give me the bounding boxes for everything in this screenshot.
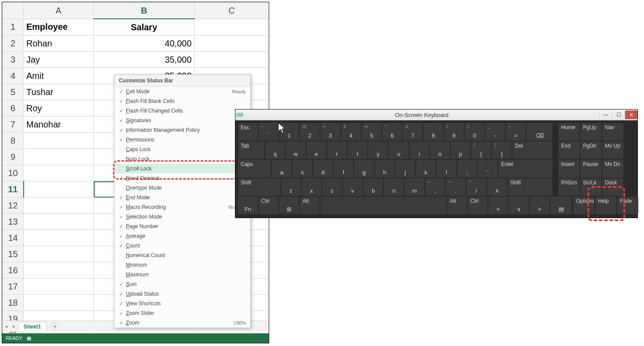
menu-item-fixed-decimal[interactable]: ✓Fixed Decimal bbox=[114, 173, 250, 183]
key-del[interactable]: Del bbox=[512, 141, 552, 159]
menu-item-signatures[interactable]: ✓Signatures bbox=[114, 116, 250, 125]
key-pgup[interactable]: PgUp bbox=[580, 123, 601, 141]
key-n[interactable]: n bbox=[384, 178, 404, 196]
menu-item-flash-fill-changed-cells[interactable]: ✓Flash Fill Changed Cells bbox=[114, 106, 250, 116]
menu-item-zoom-slider[interactable]: ✓Zoom Slider bbox=[114, 308, 250, 318]
cell[interactable] bbox=[24, 246, 94, 262]
key-p[interactable]: p bbox=[451, 141, 470, 159]
col-header-c[interactable]: C bbox=[195, 3, 269, 19]
key-o[interactable]: o bbox=[430, 141, 450, 159]
menu-item-overtype-mode[interactable]: Overtype Mode bbox=[114, 183, 250, 193]
menu-item-average[interactable]: ✓Average bbox=[114, 231, 250, 241]
key-r[interactable]: r bbox=[327, 141, 347, 159]
key-prtscn[interactable]: PrtScn bbox=[559, 178, 580, 196]
key-d[interactable]: d bbox=[313, 160, 333, 177]
key-enter[interactable]: Enter bbox=[498, 160, 552, 177]
key-b[interactable]: b bbox=[363, 178, 383, 196]
status-bar[interactable]: READY ▦ bbox=[2, 333, 269, 343]
key-x[interactable]: x bbox=[302, 178, 321, 196]
on-screen-keyboard-window[interactable]: ⌨ On-Screen Keyboard — ☐ ✕ Esc~`!1@2#3$4… bbox=[235, 109, 638, 218]
key-[interactable]: ~` bbox=[259, 123, 278, 141]
menu-item-cell-mode[interactable]: ✓Cell ModeReady bbox=[114, 87, 250, 96]
menu-item-num-lock[interactable]: Num Lock bbox=[114, 154, 250, 164]
tab-nav-prev-icon[interactable]: ◂ bbox=[2, 323, 10, 329]
menu-item-selection-mode[interactable]: ✓Selection Mode bbox=[114, 212, 250, 222]
key-g[interactable]: g bbox=[354, 160, 374, 177]
sheet-tab[interactable]: Sheet1 bbox=[18, 322, 46, 331]
cell[interactable] bbox=[195, 19, 269, 35]
key-[interactable]: += bbox=[506, 123, 526, 141]
add-sheet-button[interactable]: + bbox=[51, 322, 59, 330]
cell[interactable]: Employee bbox=[24, 19, 94, 35]
key-4[interactable]: $4 bbox=[341, 123, 361, 141]
key-esc[interactable]: Esc bbox=[238, 123, 258, 141]
cell[interactable] bbox=[24, 198, 94, 214]
row-header[interactable]: 2 bbox=[3, 35, 24, 52]
row-header[interactable]: 15 bbox=[3, 246, 24, 262]
key-tab[interactable]: Tab bbox=[238, 141, 264, 159]
menu-item-end-mode[interactable]: ✓End Mode bbox=[114, 193, 250, 202]
cell[interactable] bbox=[24, 262, 94, 279]
key-k[interactable]: k bbox=[416, 160, 436, 177]
menu-item-zoom[interactable]: ✓Zoom190% bbox=[114, 318, 250, 328]
cell[interactable]: Roy bbox=[24, 100, 94, 117]
key-[interactable]: ⌫ bbox=[527, 123, 552, 141]
menu-item-page-number[interactable]: ✓Page Number bbox=[114, 222, 250, 231]
key-y[interactable]: y bbox=[368, 141, 388, 159]
close-button[interactable]: ✕ bbox=[625, 110, 637, 119]
row-header[interactable]: 12 bbox=[3, 198, 24, 214]
key-8[interactable]: *8 bbox=[423, 123, 443, 141]
cell[interactable]: Rohan bbox=[24, 35, 94, 52]
key-[interactable]: <, bbox=[425, 178, 445, 196]
maximize-button[interactable]: ☐ bbox=[612, 110, 625, 119]
cell[interactable] bbox=[24, 165, 94, 181]
key-j[interactable]: j bbox=[395, 160, 415, 177]
menu-item-sum[interactable]: ✓Sum bbox=[114, 279, 250, 289]
key-nav[interactable]: Nav bbox=[602, 123, 623, 141]
row-header[interactable]: 5 bbox=[3, 84, 24, 100]
key-0[interactable]: )0 bbox=[465, 123, 484, 141]
key-s[interactable]: s bbox=[292, 160, 312, 177]
cell[interactable] bbox=[24, 295, 94, 311]
menu-item-scroll-lock[interactable]: Scroll Lock bbox=[114, 164, 250, 173]
key-pgdn[interactable]: PgDn bbox=[580, 141, 601, 159]
cell[interactable] bbox=[195, 52, 269, 68]
cell[interactable]: Tushar bbox=[24, 84, 94, 100]
key-[interactable]: :; bbox=[457, 160, 477, 177]
key-[interactable]: ∧ bbox=[487, 178, 507, 196]
row-header[interactable]: 10 bbox=[3, 165, 24, 181]
key-[interactable]: {[ bbox=[471, 141, 491, 159]
key-m[interactable]: m bbox=[405, 178, 424, 196]
key-pause[interactable]: Pause bbox=[580, 160, 601, 177]
key-2[interactable]: @2 bbox=[300, 123, 320, 141]
key-[interactable]: ⊞ bbox=[279, 197, 299, 214]
key-[interactable]: > bbox=[530, 197, 549, 214]
cell[interactable] bbox=[24, 230, 94, 246]
menu-item-macro-recording[interactable]: ✓Macro RecordingNot Rec bbox=[114, 202, 250, 212]
key-t[interactable]: t bbox=[348, 141, 367, 159]
key-u[interactable]: u bbox=[389, 141, 409, 159]
cell[interactable] bbox=[24, 214, 94, 230]
key-7[interactable]: &7 bbox=[403, 123, 423, 141]
row-header[interactable]: 8 bbox=[3, 133, 24, 149]
key-1[interactable]: !1 bbox=[279, 123, 299, 141]
key-mvdn[interactable]: Mv Dn bbox=[602, 160, 623, 177]
row-header[interactable]: 6 bbox=[3, 100, 24, 117]
key-6[interactable]: ^6 bbox=[382, 123, 402, 141]
key-fade[interactable]: Fade bbox=[617, 197, 638, 214]
key-shift[interactable]: Shift bbox=[238, 178, 280, 196]
key-[interactable]: ▤ bbox=[550, 197, 572, 214]
menu-item-count[interactable]: ✓Count bbox=[114, 241, 250, 251]
key-9[interactable]: (9 bbox=[444, 123, 464, 141]
row-header[interactable]: 14 bbox=[3, 230, 24, 246]
key-home[interactable]: Home bbox=[559, 123, 580, 141]
key-[interactable]: < bbox=[488, 197, 508, 214]
row-header[interactable]: 11 bbox=[3, 181, 24, 198]
row-header[interactable]: 18 bbox=[3, 295, 24, 311]
osk-titlebar[interactable]: ⌨ On-Screen Keyboard — ☐ ✕ bbox=[235, 109, 637, 120]
row-header[interactable]: 1 bbox=[3, 19, 24, 35]
cell[interactable]: 35,000 bbox=[94, 52, 195, 68]
key-i[interactable]: i bbox=[409, 141, 429, 159]
key-5[interactable]: %5 bbox=[362, 123, 381, 141]
row-header[interactable]: 9 bbox=[3, 149, 24, 165]
